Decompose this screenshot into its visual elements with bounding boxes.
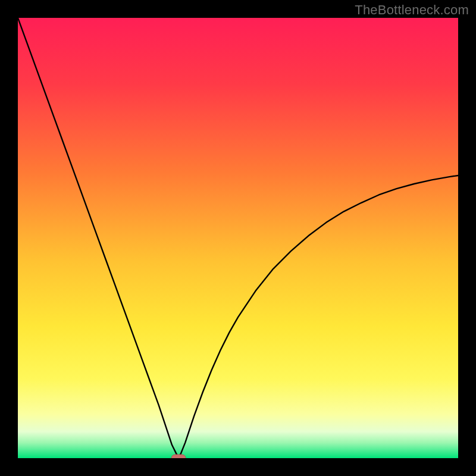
watermark-text: TheBottleneck.com — [355, 2, 469, 18]
plot-area — [18, 18, 458, 458]
chart-svg — [18, 18, 458, 458]
gradient-background — [18, 18, 458, 458]
chart-stage: TheBottleneck.com — [0, 0, 476, 476]
minimum-marker — [171, 455, 186, 458]
